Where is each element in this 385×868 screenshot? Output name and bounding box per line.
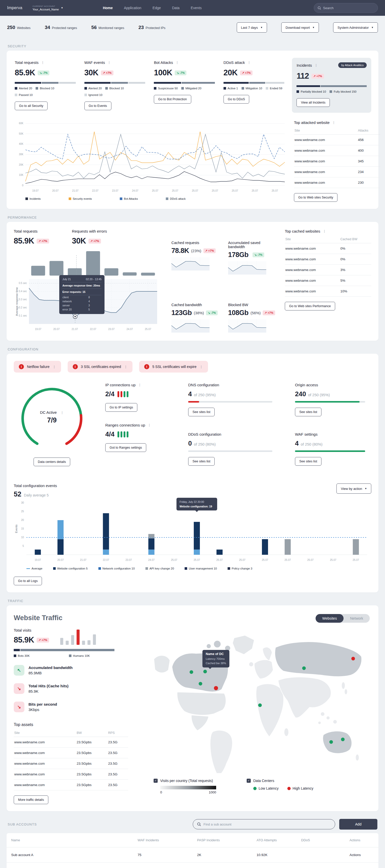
- go-to-bot-protection-button[interactable]: Go to Bot Protection: [154, 95, 191, 103]
- tab-websites[interactable]: Websites: [316, 614, 343, 623]
- config-events-chart: 5101520253019.0720.0721.0722.0723.0724.0…: [14, 500, 371, 564]
- svg-text:25.07: 25.07: [212, 189, 218, 192]
- kpi-waf-events: WAF events⋮ 30K↗ +7% Alerted 20 Blocked …: [84, 58, 147, 113]
- download-report-dropdown[interactable]: Download report▼: [281, 22, 319, 33]
- trend-badge: ↗ +7%: [37, 638, 49, 643]
- svg-text:25.07: 25.07: [172, 189, 178, 192]
- see-sites-list-button[interactable]: See sites list: [188, 457, 215, 466]
- go-to-ip-settings-button[interactable]: Go to IP settings: [105, 403, 137, 412]
- data-centers-details-button[interactable]: Data centers details: [34, 458, 70, 466]
- go-to-events-button[interactable]: Go to Events: [85, 101, 111, 110]
- nav-data[interactable]: Data: [172, 6, 180, 10]
- trend-down-icon: ↘: [14, 683, 24, 694]
- sub-account-search-input[interactable]: [203, 823, 331, 826]
- attack-analytics-pill: by Attack Analitics: [338, 62, 367, 68]
- sub-accounts-table: Name WAF Incidents PASP Incidents ATO At…: [7, 833, 378, 868]
- table-row[interactable]: www.webname.com345: [294, 156, 380, 167]
- table-row[interactable]: www.webname.com23.5Gpbs23.5G: [14, 737, 128, 748]
- go-to-all-security-button[interactable]: Go to all Security: [15, 101, 47, 110]
- kpi-total-visits: Total visits 85.9K↗ +7%: [14, 628, 49, 645]
- svg-text:25.07: 25.07: [152, 189, 158, 192]
- account-switcher[interactable]: CURRENT ACCOUNT Your_Account_Name ▼: [33, 5, 63, 11]
- kebab-menu-icon[interactable]: ⋮: [124, 365, 127, 369]
- kpi-cached-requests: Cached requests 78.8K(23%)↗ +7%: [171, 241, 221, 276]
- kpi-accumulated-bandwidth: ↖ Accumulated bandwidth85.9MB: [14, 665, 128, 676]
- svg-text:25.07: 25.07: [330, 559, 336, 561]
- global-search[interactable]: [314, 3, 378, 13]
- kebab-menu-icon[interactable]: ⋮: [107, 61, 111, 64]
- nav-edge[interactable]: Edge: [153, 6, 161, 10]
- checkbox-checked-icon[interactable]: ✓: [247, 779, 251, 783]
- see-sites-list-button[interactable]: See sites list: [295, 457, 321, 466]
- table-row[interactable]: www.webname.com400: [294, 145, 380, 156]
- sub-account-search[interactable]: [193, 819, 335, 829]
- nav-home[interactable]: Home: [103, 6, 113, 10]
- view-all-incidents-button[interactable]: View all Incidents: [296, 98, 329, 107]
- svg-text:24.07: 24.07: [148, 559, 155, 561]
- go-to-all-logs-button[interactable]: Go to all Logs: [14, 577, 42, 585]
- kebab-menu-icon[interactable]: ⋮: [138, 383, 141, 386]
- table-row[interactable]: www.webname.com230: [294, 177, 380, 188]
- nav-application[interactable]: Application: [124, 6, 141, 10]
- go-to-ranges-settings-button[interactable]: Got to Ranges settings: [105, 443, 146, 452]
- svg-text:25.07: 25.07: [145, 328, 151, 331]
- table-row[interactable]: www.webname.com23.5Gpbs23.5G: [14, 758, 128, 769]
- table-row[interactable]: Sub account A752K10.92KActions: [7, 847, 378, 863]
- kebab-menu-icon[interactable]: ⋮: [148, 424, 151, 427]
- go-to-ddos-button[interactable]: Go to DDoS: [224, 95, 249, 103]
- kebab-menu-icon[interactable]: ⋮: [200, 365, 203, 369]
- distribution-bar: [296, 85, 367, 87]
- kebab-menu-icon[interactable]: ⋮: [314, 64, 318, 67]
- see-sites-list-button[interactable]: See sites list: [295, 408, 321, 416]
- svg-text:30K: 30K: [19, 153, 23, 156]
- alert-icon: !: [144, 364, 149, 369]
- go-to-websites-security-button[interactable]: Go to Web sites Security: [294, 193, 338, 202]
- security-section-label: SECURITY: [8, 44, 377, 48]
- quota-origin-access: Origin access 240of 250 (95%) See sites …: [295, 383, 371, 416]
- alert-netflow-failure[interactable]: !Netflow failure⋮: [14, 361, 61, 373]
- svg-text:23.07: 23.07: [125, 559, 132, 561]
- nav-events[interactable]: Events: [191, 6, 202, 10]
- actions-link[interactable]: Actions: [345, 847, 378, 863]
- date-range-dropdown[interactable]: Last 7 days▼: [237, 22, 267, 33]
- kebab-menu-icon[interactable]: ⋮: [332, 121, 335, 124]
- view-by-action-dropdown[interactable]: View by action▼: [336, 484, 371, 494]
- table-row[interactable]: www.webname.com10%: [285, 286, 371, 297]
- data-centers-toggle[interactable]: ✓ Data Centers Low Latency High Latency: [247, 779, 313, 794]
- search-input[interactable]: [323, 6, 374, 10]
- table-row[interactable]: www.webname.com234: [294, 167, 380, 177]
- svg-text:25.07: 25.07: [192, 189, 198, 192]
- svg-text:19.07: 19.07: [35, 559, 41, 561]
- checkbox-checked-icon[interactable]: ✓: [154, 779, 158, 783]
- kebab-menu-icon[interactable]: ⋮: [53, 365, 56, 369]
- visits-per-country-toggle[interactable]: ✓ Visits per country (Total requests) 01…: [154, 779, 216, 794]
- kebab-menu-icon[interactable]: ⋮: [61, 411, 64, 414]
- role-dropdown[interactable]: System Administrator▼: [333, 22, 378, 33]
- go-to-websites-performance-button[interactable]: Go to Web sites Performance: [285, 302, 335, 310]
- tab-network[interactable]: Network: [344, 614, 370, 623]
- table-row[interactable]: www.webname.com0%: [285, 254, 371, 265]
- alert-ssl-expired[interactable]: !3 SSL certificates expired⋮: [68, 361, 132, 373]
- table-row[interactable]: Sub account A752K10.92KActions: [7, 863, 378, 868]
- kebab-menu-icon[interactable]: ⋮: [41, 61, 44, 64]
- kpi-saved-bandwidth: Accumulated saved bandwidth 178Gb↘ -7%: [228, 241, 277, 276]
- table-row[interactable]: www.webname.com456: [294, 135, 380, 145]
- actions-link[interactable]: Actions: [345, 863, 378, 868]
- kebab-menu-icon[interactable]: ⋮: [248, 61, 251, 64]
- table-row[interactable]: www.webname.com0%: [285, 243, 371, 254]
- table-row[interactable]: www.webname.com5%: [285, 275, 371, 286]
- table-row[interactable]: www.webname.com23.5Gpbs23.5G: [14, 780, 128, 790]
- table-row[interactable]: www.webname.com3%: [285, 265, 371, 275]
- more-traffic-details-button[interactable]: More traffic details: [14, 796, 48, 804]
- svg-text:30: 30: [21, 501, 24, 504]
- svg-text:25.07: 25.07: [252, 189, 258, 192]
- add-sub-account-button[interactable]: Add: [339, 819, 377, 830]
- alert-ssl-will-expire[interactable]: !5 SSL certificates will expire⋮: [139, 361, 208, 373]
- table-row[interactable]: www.webname.com23.5Gpbs23.5G: [14, 748, 128, 758]
- kebab-menu-icon[interactable]: ⋮: [323, 229, 326, 233]
- top-assets-table: SiteBWRPS www.webname.com23.5Gpbs23.5G w…: [14, 730, 128, 790]
- kebab-menu-icon[interactable]: ⋮: [175, 61, 179, 64]
- see-sites-list-button[interactable]: See sites list: [188, 408, 215, 416]
- svg-text:0: 0: [22, 184, 23, 187]
- table-row[interactable]: www.webname.com23.5Gpbs23.5G: [14, 769, 128, 780]
